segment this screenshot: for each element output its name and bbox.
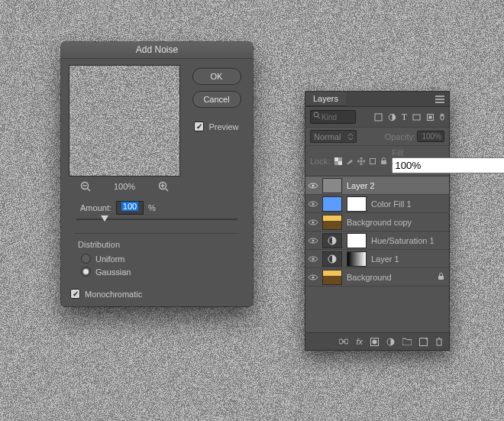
svg-point-39: [373, 339, 377, 344]
new-adjustment-icon[interactable]: [386, 338, 395, 346]
svg-point-25: [312, 184, 314, 186]
cancel-button[interactable]: Cancel: [192, 91, 241, 108]
preview-label: Preview: [208, 122, 238, 131]
monochromatic-checkbox[interactable]: [70, 289, 80, 299]
layer-row[interactable]: Background: [305, 268, 449, 287]
visibility-toggle[interactable]: [309, 181, 318, 190]
lock-row: Lock: Fill:: [305, 146, 449, 176]
layer-row[interactable]: Hue/Saturation 1: [305, 232, 449, 250]
dialog-title: Add Noise: [61, 42, 253, 59]
visibility-toggle[interactable]: [309, 254, 318, 264]
search-icon: [313, 112, 321, 119]
layer-row[interactable]: Color Fill 1: [305, 195, 449, 213]
ok-button[interactable]: OK: [192, 68, 241, 85]
zoom-in-icon[interactable]: [158, 181, 169, 192]
panel-tabbar: Layers: [305, 92, 449, 107]
layer-row[interactable]: Layer 1: [305, 250, 449, 268]
filter-type-icon[interactable]: T: [402, 112, 407, 123]
layer-name[interactable]: Background copy: [347, 218, 412, 227]
lock-transparency-icon[interactable]: [334, 157, 342, 165]
distribution-gaussian-radio[interactable]: Gaussian: [81, 267, 239, 277]
panel-close-icon[interactable]: ✕: [441, 81, 447, 89]
eye-icon: [309, 274, 318, 280]
visibility-toggle[interactable]: [309, 273, 318, 282]
svg-point-11: [314, 112, 318, 117]
eye-icon: [309, 201, 318, 207]
svg-rect-24: [381, 160, 386, 164]
gaussian-label: Gaussian: [95, 267, 131, 277]
slider-thumb-icon[interactable]: [101, 215, 108, 222]
layer-mask-icon[interactable]: [370, 338, 379, 346]
adjustment-icon[interactable]: [322, 233, 342, 248]
filter-pixel-icon[interactable]: [374, 113, 383, 121]
new-group-icon[interactable]: [402, 338, 412, 345]
opacity-label: Opacity:: [385, 132, 415, 141]
svg-rect-23: [370, 158, 376, 164]
svg-rect-17: [429, 115, 432, 118]
opacity-input[interactable]: [417, 131, 444, 142]
panel-menu-icon[interactable]: [435, 96, 444, 103]
lock-brush-icon[interactable]: [346, 157, 354, 165]
delete-layer-icon[interactable]: [435, 337, 443, 346]
svg-point-31: [312, 257, 314, 260]
layer-name[interactable]: Hue/Saturation 1: [371, 236, 435, 245]
layers-panel: ✕ Layers T Normal Opacity: Loc: [305, 91, 450, 351]
layer-name[interactable]: Color Fill 1: [371, 199, 412, 209]
radio-dot-icon: [81, 267, 91, 277]
distribution-uniform-radio[interactable]: Uniform: [81, 254, 239, 264]
layers-footer: fx: [305, 332, 449, 350]
amount-input[interactable]: 100: [116, 201, 144, 215]
filter-shape-icon[interactable]: [412, 113, 421, 121]
svg-point-19: [441, 115, 443, 116]
filter-toggle-icon[interactable]: [440, 113, 444, 121]
distribution-label: Distribution: [78, 240, 239, 249]
layer-thumbnail[interactable]: [322, 215, 342, 230]
amount-slider[interactable]: [76, 215, 237, 225]
radio-dot-icon: [81, 254, 91, 264]
uniform-label: Uniform: [95, 254, 125, 264]
eye-icon: [309, 219, 318, 225]
svg-rect-26: [323, 179, 341, 193]
fill-input[interactable]: [392, 157, 504, 173]
svg-rect-21: [334, 157, 338, 161]
layer-row[interactable]: Background copy: [305, 213, 449, 232]
layer-name[interactable]: Layer 1: [371, 254, 399, 264]
filter-adjust-icon[interactable]: [388, 113, 396, 121]
preview-checkbox[interactable]: [194, 121, 204, 131]
zoom-out-icon[interactable]: [80, 181, 91, 192]
layer-name[interactable]: Layer 2: [347, 181, 375, 190]
eye-icon: [309, 256, 318, 262]
blend-mode-select[interactable]: Normal: [310, 130, 357, 143]
visibility-toggle[interactable]: [309, 236, 318, 245]
layer-name[interactable]: Background: [347, 273, 392, 282]
layer-thumbnail[interactable]: [322, 270, 342, 285]
eye-icon: [309, 183, 318, 189]
visibility-toggle[interactable]: [309, 199, 318, 209]
layer-thumbnail[interactable]: [322, 178, 342, 193]
layers-tab[interactable]: Layers: [305, 92, 346, 106]
new-layer-icon[interactable]: [419, 338, 428, 346]
lock-artboard-icon[interactable]: [369, 157, 376, 165]
lock-icon: [438, 273, 444, 282]
layer-thumbnail[interactable]: [322, 196, 342, 212]
amount-label: Amount:: [69, 203, 111, 212]
visibility-toggle[interactable]: [309, 218, 318, 227]
layer-mask-thumbnail[interactable]: [347, 196, 367, 212]
amount-suffix: %: [148, 203, 156, 212]
lock-label: Lock:: [310, 157, 330, 166]
lock-all-icon[interactable]: [380, 157, 387, 165]
svg-rect-3: [69, 66, 179, 176]
adjustment-icon[interactable]: [322, 251, 342, 267]
blend-row: Normal Opacity:: [305, 128, 449, 146]
link-layers-icon[interactable]: [339, 338, 348, 345]
svg-rect-13: [375, 114, 382, 121]
filter-smart-icon[interactable]: [426, 113, 435, 121]
layer-mask-thumbnail[interactable]: [347, 251, 367, 267]
layer-style-icon[interactable]: fx: [356, 337, 363, 346]
layer-row[interactable]: Layer 2: [305, 176, 449, 195]
layers-list: Layer 2 Color Fill 1 Background copy Hue…: [305, 176, 449, 332]
layer-filter-row: T: [305, 107, 449, 128]
svg-rect-15: [413, 115, 420, 120]
lock-move-icon[interactable]: [357, 157, 365, 165]
layer-mask-thumbnail[interactable]: [347, 233, 367, 248]
